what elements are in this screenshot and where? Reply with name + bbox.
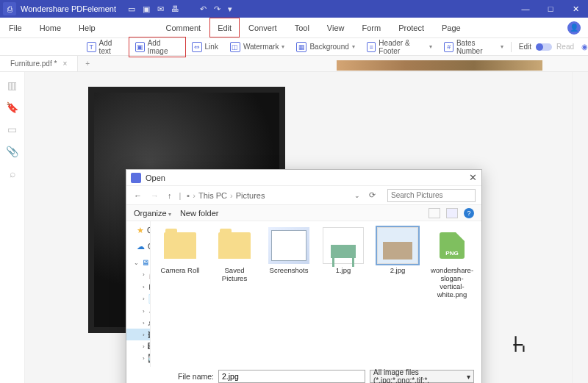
edit-read-toggle[interactable]: Edit Read ◉ — [519, 43, 588, 51]
organize-menu[interactable]: Organize — [134, 209, 171, 218]
breadcrumb-dropdown-icon[interactable]: ⌄ — [353, 192, 362, 199]
edit-label: Edit — [519, 43, 531, 51]
search-icon[interactable]: ⌕ — [10, 168, 15, 179]
new-folder-button[interactable]: New folder — [180, 209, 219, 218]
tree-documents[interactable]: ›📄Documents — [126, 293, 150, 305]
app-title: Wondershare PDFelement — [21, 4, 116, 13]
breadcrumb[interactable]: ▪ › This PC › Pictures — [187, 191, 265, 200]
user-avatar-icon[interactable]: 👤 — [567, 21, 581, 35]
info-icon[interactable]: ◉ — [581, 43, 588, 51]
dialog-toolbar: Organize New folder ? — [126, 205, 481, 221]
title-bar: ⎙ Wondershare PDFelement ▭ ▣ ✉ 🖶 ↶ ↷ ▾ —… — [0, 0, 588, 18]
chair-icon — [512, 334, 528, 354]
tool-add-image[interactable]: ▣Add Image — [129, 37, 186, 57]
menu-protect[interactable]: Protect — [390, 18, 433, 37]
filename-input[interactable] — [218, 370, 365, 383]
tool-header-footer[interactable]: ≡Header & Footer▾ — [361, 37, 439, 57]
menu-tool[interactable]: Tool — [286, 18, 318, 37]
link-icon: ⇔ — [192, 42, 202, 52]
menu-bar: File Home Help Comment Edit Convert Tool… — [0, 18, 588, 38]
file-list: Camera Roll Saved Pictures Screenshots 1… — [151, 221, 481, 367]
view-mode-button-2[interactable] — [446, 208, 458, 218]
tool-watermark[interactable]: ◫Watermark▾ — [224, 40, 291, 54]
dialog-close-icon[interactable]: ✕ — [469, 172, 477, 183]
annotations-icon[interactable]: ▭ — [7, 124, 17, 135]
file-png[interactable]: PNGwondershare-slogan-vertical-white.png — [430, 227, 474, 299]
read-label: Read — [556, 43, 574, 51]
menu-view[interactable]: View — [318, 18, 354, 37]
dialog-titlebar: Open ✕ — [126, 170, 481, 186]
qat-image-icon[interactable]: ▣ — [143, 4, 150, 14]
toggle-switch[interactable] — [536, 43, 552, 51]
file-1jpg[interactable]: 1.jpg — [321, 227, 365, 275]
qat-undo-icon[interactable]: ↶ — [200, 4, 207, 14]
edit-toolbar: TAdd text ▣Add Image ⇔Link ◫Watermark▾ ▦… — [0, 38, 588, 56]
document-preview-strip — [337, 60, 542, 71]
tree-desktop[interactable]: ›🖥Desktop — [126, 281, 150, 293]
minimize-button[interactable]: — — [513, 0, 538, 18]
nav-up-icon[interactable]: ↑ — [166, 191, 173, 200]
menu-file[interactable]: File — [0, 18, 31, 37]
header-footer-icon: ≡ — [367, 42, 376, 52]
search-input[interactable] — [387, 189, 476, 202]
document-canvas: Open ✕ ← → ↑ | ▪ › This PC › Pictures ⌄ … — [25, 72, 572, 383]
breadcrumb-this-pc[interactable]: This PC — [198, 191, 227, 200]
tab-close-icon[interactable]: × — [62, 60, 67, 68]
thumbnails-icon[interactable]: ▥ — [7, 79, 17, 91]
filename-label: File name: — [178, 372, 214, 381]
menu-form[interactable]: Form — [353, 18, 390, 37]
nav-forward-icon[interactable]: → — [149, 191, 160, 200]
menu-comment[interactable]: Comment — [157, 18, 209, 37]
menu-page[interactable]: Page — [433, 18, 470, 37]
tab-furniture[interactable]: Furniture.pdf * × — [0, 56, 78, 71]
breadcrumb-pictures[interactable]: Pictures — [236, 191, 265, 200]
maximize-button[interactable]: □ — [538, 0, 563, 18]
close-button[interactable]: ✕ — [563, 0, 588, 18]
tree-videos[interactable]: ›🎞Videos — [126, 340, 150, 352]
qat-open-icon[interactable]: ▭ — [128, 4, 135, 14]
help-icon[interactable]: ? — [464, 208, 474, 218]
qat-redo-icon[interactable]: ↷ — [214, 4, 220, 14]
dialog-title: Open — [146, 173, 165, 182]
tool-link[interactable]: ⇔Link — [186, 40, 224, 54]
file-camera-roll[interactable]: Camera Roll — [158, 227, 202, 275]
menu-home[interactable]: Home — [31, 18, 70, 37]
tree-downloads[interactable]: ›⬇Downloads — [126, 305, 150, 317]
refresh-icon[interactable]: ⟳ — [368, 190, 377, 200]
dialog-footer: File name: All image files (*.jpg;*.png;… — [126, 367, 481, 383]
left-rail: ▥ 🔖 ▭ 📎 ⌕ — [0, 72, 25, 383]
bookmark-icon[interactable]: 🔖 — [6, 101, 18, 113]
watermark-icon: ◫ — [230, 42, 240, 52]
file-saved-pictures[interactable]: Saved Pictures — [212, 227, 257, 283]
folder-tree: ★Quick access ☁OneDrive ⌄🖥This PC ›🗿3D O… — [126, 221, 151, 367]
qat-print-icon[interactable]: 🖶 — [171, 4, 179, 14]
tree-this-pc[interactable]: ⌄🖥This PC — [126, 257, 150, 268]
tree-os-c[interactable]: ›💽OS (C:) — [126, 352, 150, 365]
tree-onedrive[interactable]: ☁OneDrive — [126, 240, 150, 252]
menu-convert[interactable]: Convert — [240, 18, 286, 37]
tool-add-text[interactable]: TAdd text — [81, 37, 129, 57]
view-mode-button[interactable] — [429, 208, 440, 218]
tool-bates-number[interactable]: #Bates Number▾ — [438, 37, 509, 57]
tree-music[interactable]: ›♪Music — [126, 317, 150, 329]
bates-icon: # — [444, 42, 453, 52]
new-tab-button[interactable]: + — [78, 60, 97, 68]
dialog-nav: ← → ↑ | ▪ › This PC › Pictures ⌄ ⟳ — [126, 186, 481, 205]
file-screenshots[interactable]: Screenshots — [267, 227, 311, 275]
menu-edit[interactable]: Edit — [209, 18, 240, 37]
tree-3d-objects[interactable]: ›🗿3D Objects — [126, 268, 150, 281]
tree-pictures[interactable]: ›🖼Pictures — [126, 329, 150, 340]
right-rail[interactable] — [572, 72, 588, 383]
text-icon: T — [87, 42, 96, 52]
nav-back-icon[interactable]: ← — [132, 191, 143, 200]
qat-dropdown-icon[interactable]: ▾ — [228, 4, 232, 14]
file-type-filter[interactable]: All image files (*.jpg;*.png;*.tif;*.▾ — [370, 370, 474, 383]
file-2jpg[interactable]: 2.jpg — [376, 227, 420, 275]
tree-quick-access[interactable]: ★Quick access — [126, 224, 150, 236]
background-icon: ▦ — [296, 42, 306, 52]
attachments-icon[interactable]: 📎 — [6, 146, 18, 157]
qat-mail-icon[interactable]: ✉ — [157, 4, 164, 14]
menu-help[interactable]: Help — [70, 18, 104, 37]
tool-background[interactable]: ▦Background▾ — [290, 40, 360, 54]
dialog-app-icon — [131, 173, 141, 183]
